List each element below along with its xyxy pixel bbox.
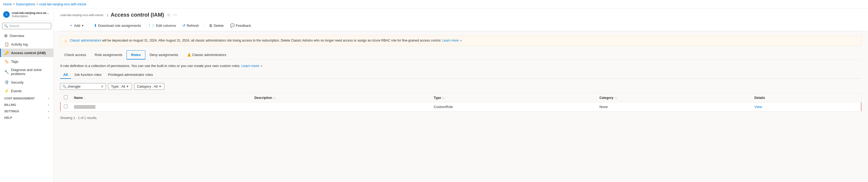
edit-columns-button[interactable]: ⋮⋮ Edit columns [145, 22, 179, 29]
tab-deny-assignments[interactable]: Deny assignments [145, 51, 183, 60]
view-details-link[interactable]: View [754, 105, 762, 109]
warning-tab-icon: ⚠️ [187, 53, 191, 57]
row-name-cell [71, 102, 251, 112]
sidebar-group-cost-management[interactable]: Cost Management › [0, 95, 53, 101]
feedback-button[interactable]: 💬 Feedback [227, 22, 254, 29]
sidebar-item-label: Tags [11, 60, 18, 63]
role-learn-more-link[interactable]: Learn more [241, 64, 259, 68]
sidebar-item-diagnose[interactable]: 🔧 Diagnose and solve problems [0, 66, 53, 78]
sidebar-group-label: Help [4, 116, 12, 119]
edit-columns-label: Edit columns [156, 24, 176, 28]
details-header-label: Details [754, 96, 765, 100]
name-header-label: Name [74, 96, 83, 100]
favorite-icon[interactable]: ☆ [167, 12, 170, 18]
sidebar-search-box[interactable]: 🔍 [2, 23, 51, 29]
more-options-icon[interactable]: ··· [173, 12, 177, 18]
toolbar: ＋ Add ▼ ⬇ Download role assignments ⋮⋮ E… [60, 20, 862, 31]
category-filter-label: Category : All [137, 85, 158, 88]
page-header: cvad-lab-nanjing-mcs-with-intune | Acces… [54, 8, 868, 31]
refresh-icon: ↺ [182, 23, 186, 28]
sidebar-item-activity-log[interactable]: 📋 Activity log [0, 40, 53, 49]
breadcrumb-subscriptions[interactable]: Subscriptions [16, 2, 35, 6]
tags-icon: 🏷️ [4, 59, 9, 63]
toolbar-separator [89, 23, 89, 28]
alert-link[interactable]: Classic administrators [70, 39, 101, 42]
search-field-icon: 🔍 [62, 85, 66, 88]
category-filter[interactable]: Category : All ▼ [134, 83, 164, 90]
download-button[interactable]: ⬇ Download role assignments [91, 22, 144, 29]
chevron-right-icon: › [48, 97, 49, 100]
chevron-right-icon: › [48, 110, 49, 113]
category-filter-chevron: ▼ [159, 85, 161, 88]
learn-more-link[interactable]: Learn more [442, 39, 459, 42]
tab-label: Classic administrators [192, 53, 226, 57]
warning-icon: ⚠ [64, 39, 68, 43]
sub-tab-all[interactable]: All [60, 71, 71, 79]
tab-role-assignments[interactable]: Role assignments [90, 51, 127, 60]
row-type: CustomRole [434, 105, 453, 109]
refresh-button[interactable]: ↺ Refresh [180, 22, 202, 29]
sub-tab-privileged-admin[interactable]: Privileged administrator roles [105, 71, 156, 79]
header-type[interactable]: Type ↑↓ [430, 93, 596, 102]
add-label: Add [74, 24, 80, 28]
category-sort-icon[interactable]: ↑↓ [614, 96, 617, 99]
row-checkbox[interactable] [64, 104, 68, 108]
main-content: cvad-lab-nanjing-mcs-with-intune | Acces… [54, 8, 868, 182]
row-details-cell: View [751, 102, 861, 112]
table-header-row: Name ↑ Description ↑↓ Type ↑↓ [61, 93, 861, 102]
sub-tab-job-function[interactable]: Job function roles [71, 71, 105, 79]
row-category: None [599, 105, 608, 109]
row-description-cell [251, 102, 431, 112]
header-name[interactable]: Name ↑ [71, 93, 251, 102]
clear-search-button[interactable]: ✕ [101, 85, 103, 88]
delete-button[interactable]: 🗑 Delete [206, 22, 226, 29]
sidebar-group-help[interactable]: Help › [0, 115, 53, 121]
desc-sort-icon[interactable]: ↑↓ [273, 96, 276, 99]
sidebar-item-iam[interactable]: 🔑 Access control (IAM) [0, 49, 53, 57]
sidebar-item-overview[interactable]: ⊞ Overview [0, 31, 53, 40]
row-type-cell: CustomRole [430, 102, 596, 112]
name-sort-icon[interactable]: ↑ [84, 96, 85, 99]
sidebar-item-label: Events [11, 89, 22, 93]
tab-check-access[interactable]: Check access [60, 51, 90, 60]
search-roles-input[interactable] [68, 85, 100, 88]
select-all-checkbox[interactable] [64, 95, 68, 99]
resource-name: cvad-lab-nanjing-mcs-with-intune [12, 11, 49, 14]
iam-icon: 🔑 [4, 51, 9, 55]
type-header-label: Type [434, 96, 441, 100]
main-layout: S cvad-lab-nanjing-mcs-with-intune Subsc… [0, 8, 868, 182]
type-sort-icon[interactable]: ↑↓ [442, 96, 444, 99]
add-button[interactable]: ＋ Add ▼ [66, 22, 87, 29]
tab-classic-admins[interactable]: ⚠️ Classic administrators [183, 51, 230, 60]
content-area: ⚠ Classic administrators will be depreca… [54, 31, 868, 126]
breadcrumb: Home > Subscriptions > cvad-lab-nanjing-… [3, 2, 86, 6]
sidebar-item-tags[interactable]: 🏷️ Tags [0, 57, 53, 66]
download-label: Download role assignments [98, 24, 141, 28]
feedback-label: Feedback [236, 24, 251, 28]
plus-icon: ＋ [69, 23, 73, 28]
delete-icon: 🗑 [209, 23, 213, 28]
sidebar-item-security[interactable]: 🛡️ Security [0, 78, 53, 87]
header-details: Details [751, 93, 861, 102]
category-header-label: Category [599, 96, 613, 100]
type-filter[interactable]: Type : All ▼ [108, 83, 132, 90]
sidebar-group-billing[interactable]: Billing › [0, 101, 53, 108]
events-icon: ⚡ [4, 89, 9, 93]
title-sep: | [107, 13, 108, 17]
header-category[interactable]: Category ↑↓ [596, 93, 751, 102]
sub-tabs: All Job function roles Privileged admini… [60, 71, 862, 79]
header-description[interactable]: Description ↑↓ [251, 93, 431, 102]
feedback-icon: 💬 [230, 23, 235, 28]
results-count: Showing 1 - 1 of 1 results. [60, 115, 862, 121]
sidebar-item-events[interactable]: ⚡ Events [0, 87, 53, 95]
search-icon: 🔍 [4, 24, 8, 28]
chevron-right-icon: › [48, 103, 49, 107]
breadcrumb-home[interactable]: Home [3, 2, 12, 6]
sidebar-group-settings[interactable]: Settings › [0, 108, 53, 115]
search-field[interactable]: 🔍 ✕ [60, 83, 106, 90]
name-cell-content [74, 105, 248, 109]
breadcrumb-resource[interactable]: cvad-lab-nanjing-mcs-with-intune [39, 2, 86, 6]
sidebar: S cvad-lab-nanjing-mcs-with-intune Subsc… [0, 8, 54, 182]
tab-roles[interactable]: Roles [127, 51, 145, 60]
search-input[interactable] [9, 24, 49, 28]
